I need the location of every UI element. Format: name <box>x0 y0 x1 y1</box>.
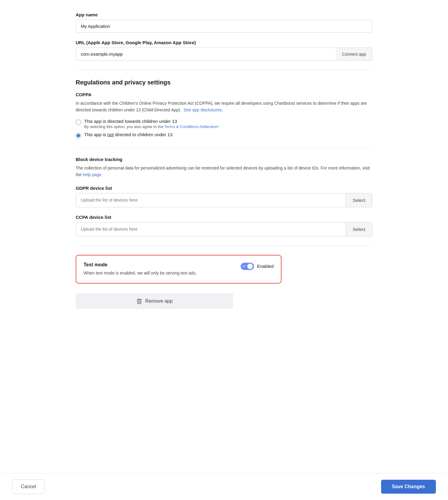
test-mode-description: When test mode is enabled, we will only … <box>84 270 235 276</box>
test-mode-content: Test mode When test mode is enabled, we … <box>84 262 235 276</box>
coppa-description: In accordance with the Children's Online… <box>76 100 372 113</box>
coppa-radio-1-sublabel: By selecting this option, you also agree… <box>84 124 218 129</box>
remove-app-label: Remove app <box>145 298 173 304</box>
coppa-radio-not-children[interactable] <box>76 133 81 138</box>
test-mode-title: Test mode <box>84 262 235 268</box>
ccpa-label: CCPA device list <box>76 215 372 220</box>
app-name-section: App name <box>76 12 372 33</box>
help-page-link[interactable]: help page <box>83 172 101 177</box>
regulations-section: Regulations and privacy settings COPPA I… <box>76 79 372 236</box>
gdpr-section: GDPR device list Select <box>76 186 372 207</box>
url-input[interactable] <box>76 48 336 61</box>
test-mode-toggle[interactable]: ✓ <box>241 263 254 270</box>
test-mode-toggle-label: Enabled <box>257 264 274 269</box>
gdpr-input-row: Select <box>76 193 372 207</box>
url-section: URL (Apple App Store, Google Play, Amazo… <box>76 40 372 61</box>
ccpa-input-row: Select <box>76 222 372 236</box>
regulations-title: Regulations and privacy settings <box>76 79 372 86</box>
toggle-checkmark: ✓ <box>242 264 245 268</box>
block-tracking-section: Block device tracking The collection of … <box>76 157 372 178</box>
ccpa-section: CCPA device list Select <box>76 215 372 236</box>
connect-app-button[interactable]: Connect app <box>336 48 372 61</box>
cancel-button[interactable]: Cancel <box>12 479 45 494</box>
coppa-radio-children[interactable] <box>76 120 81 125</box>
coppa-section: COPPA In accordance with the Children's … <box>76 92 372 138</box>
gdpr-label: GDPR device list <box>76 186 372 191</box>
coppa-radio-1-label[interactable]: This app is directed towards children un… <box>84 119 218 124</box>
ccpa-select-button[interactable]: Select <box>346 222 372 236</box>
coppa-radio-item-1: This app is directed towards children un… <box>76 119 372 129</box>
divider-1 <box>76 70 372 70</box>
save-changes-button[interactable]: Save Changes <box>381 480 436 494</box>
divider-2 <box>76 147 372 148</box>
coppa-title: COPPA <box>76 92 372 97</box>
gdpr-select-button[interactable]: Select <box>346 193 372 207</box>
app-name-label: App name <box>76 12 372 17</box>
block-tracking-description: The collection of personal data for pers… <box>76 165 372 178</box>
block-tracking-title: Block device tracking <box>76 157 372 162</box>
trash-icon <box>136 298 142 304</box>
test-mode-controls: ✓ Enabled <box>241 262 274 270</box>
ccpa-device-input[interactable] <box>76 222 346 236</box>
coppa-radio-item-2: This app is not directed to children und… <box>76 132 372 138</box>
see-disclosures-link[interactable]: See app disclosures <box>183 107 222 112</box>
divider-3 <box>76 245 372 246</box>
coppa-radio-group: This app is directed towards children un… <box>76 119 372 138</box>
remove-app-button[interactable]: Remove app <box>76 293 233 309</box>
test-mode-box: Test mode When test mode is enabled, we … <box>76 255 282 284</box>
url-label: URL (Apple App Store, Google Play, Amazo… <box>76 40 372 45</box>
terms-conditions-link[interactable]: Terms & Conditions Addendum <box>164 124 218 129</box>
coppa-radio-2-label[interactable]: This app is not directed to children und… <box>84 132 173 137</box>
toggle-slider: ✓ <box>241 263 254 270</box>
footer-bar: Cancel Save Changes <box>0 473 448 500</box>
gdpr-device-input[interactable] <box>76 193 346 207</box>
url-input-group: Connect app <box>76 48 372 61</box>
app-name-input[interactable] <box>76 20 372 33</box>
